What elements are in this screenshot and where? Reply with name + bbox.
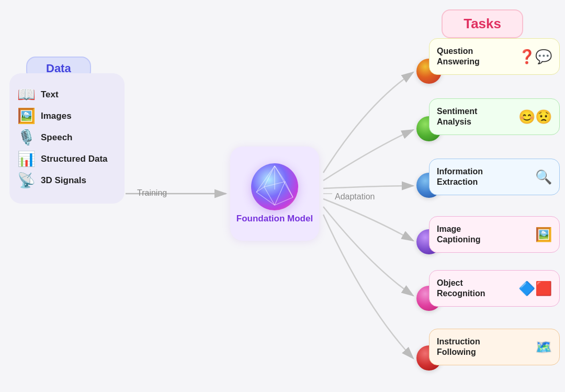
task-card-ic: ImageCaptioning 🖼️ (429, 216, 560, 253)
task-ie-icon: 🔍 (535, 169, 552, 185)
task-sa-label: SentimentAnalysis (437, 106, 513, 127)
task-card-if: InstructionFollowing 🗺️ (429, 329, 560, 365)
task-card-qa: QuestionAnswering ❓💬 (429, 38, 560, 75)
task-if-icon: 🗺️ (535, 339, 552, 355)
adaptation-label: Adaptation (335, 192, 375, 201)
task-ic-icon: 🖼️ (535, 227, 552, 243)
foundation-model-title: Foundation Model (236, 214, 313, 224)
data-item-structured: 📊 Structured Data (16, 150, 118, 167)
task-or-label: ObjectRecognition (437, 278, 513, 299)
training-label: Training (137, 188, 167, 198)
task-card-ie: InformationExtraction 🔍 (429, 159, 560, 195)
data-item-text: 📖 Text (16, 86, 118, 103)
task-card-or: ObjectRecognition 🔷🟥 (429, 270, 560, 307)
task-or-icon: 🔷🟥 (518, 281, 552, 297)
task-ie-label: InformationExtraction (437, 166, 530, 187)
signals-icon: 📡 (16, 172, 37, 189)
data-item-images: 🖼️ Images (16, 107, 118, 125)
data-panel: 📖 Text 🖼️ Images 🎙️ Speech 📊 Structured … (9, 73, 125, 204)
task-if-label: InstructionFollowing (437, 337, 530, 357)
data-item-speech: 🎙️ Speech (16, 129, 118, 146)
task-card-sa: SentimentAnalysis 😊😟 (429, 98, 560, 135)
task-sa-icon: 😊😟 (518, 109, 552, 125)
images-icon: 🖼️ (16, 107, 37, 125)
task-qa-icon: ❓💬 (518, 49, 552, 65)
text-icon: 📖 (16, 86, 37, 103)
foundation-model-box: Foundation Model (230, 147, 319, 241)
task-qa-label: QuestionAnswering (437, 46, 513, 67)
data-item-signals: 📡 3D Signals (16, 172, 118, 189)
structured-icon: 📊 (16, 150, 37, 167)
tasks-header: Tasks (442, 9, 523, 38)
task-ic-label: ImageCaptioning (437, 224, 530, 245)
foundation-sphere (251, 163, 298, 210)
speech-icon: 🎙️ (16, 129, 37, 146)
